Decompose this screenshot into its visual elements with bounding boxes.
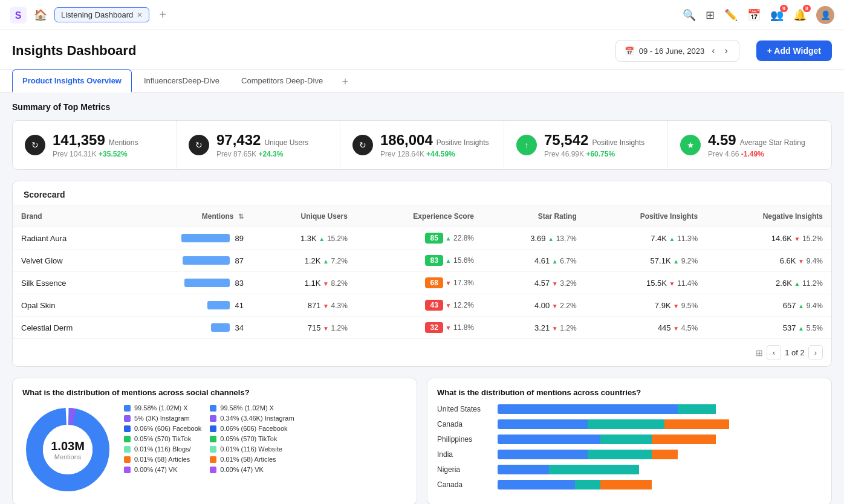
- bell-badge: 8: [803, 5, 811, 12]
- scorecard-title: Scorecard: [13, 181, 831, 206]
- date-next-button[interactable]: ›: [722, 44, 730, 57]
- country-row: Philippines: [437, 435, 822, 444]
- grid-view-icon[interactable]: ⊞: [756, 348, 763, 358]
- country-name: Canada: [437, 480, 492, 489]
- exp-score-cell: 43 ▼ 12.2%: [356, 294, 482, 317]
- legend-item: 5% (3K) Instagram: [124, 415, 201, 422]
- country-bar: [498, 480, 822, 489]
- pos-insights-2-label: Positive Insights: [592, 138, 644, 147]
- country-bar: [498, 450, 822, 459]
- legend-item: 0.00% (47) VK: [210, 466, 294, 473]
- country-name: Nigeria: [437, 465, 492, 474]
- pos-insights-cell: 57.1K ▲ 9.2%: [585, 250, 706, 272]
- table-row: Silk Essence 83 1.1K ▼ 8.2% 68 ▼ 17.3% 4…: [13, 272, 831, 294]
- pos-insights-1-number: 186,004: [380, 132, 433, 149]
- table-row: Velvet Glow 87 1.2K ▲ 7.2% 83 ▲ 15.6% 4.…: [13, 250, 831, 272]
- exp-score-cell: 32 ▼ 11.8%: [356, 317, 482, 339]
- add-widget-button[interactable]: + Add Widget: [756, 40, 832, 61]
- pos-insights-cell: 445 ▼ 4.5%: [585, 317, 706, 339]
- exp-score-cell: 85 ▲ 22.8%: [356, 227, 482, 250]
- pos-insights-cell: 15.5K ▼ 11.4%: [585, 272, 706, 294]
- search-icon[interactable]: 🔍: [683, 8, 696, 22]
- listening-dashboard-tab[interactable]: Listening Dashboard ✕: [54, 7, 149, 22]
- prev-page-button[interactable]: ‹: [767, 345, 781, 360]
- pos-insights-2-number: 75,542: [544, 132, 588, 149]
- star-rating-number: 4.59: [708, 132, 736, 149]
- metric-users-icon: ↻: [189, 135, 209, 155]
- exp-score-cell: 83 ▲ 15.6%: [356, 250, 482, 272]
- edit-icon[interactable]: ✏️: [724, 8, 738, 22]
- brand-cell: Opal Skin: [13, 294, 124, 317]
- country-row: India: [437, 450, 822, 459]
- col-neg-insights: Negative Insights: [706, 206, 831, 227]
- country-row: United States: [437, 404, 822, 414]
- calendar-icon[interactable]: 📅: [747, 8, 761, 22]
- add-tab-icon[interactable]: ＋: [335, 70, 355, 92]
- mentions-label: Mentions: [109, 138, 138, 147]
- country-row: Canada: [437, 480, 822, 489]
- metric-unique-users: ↻ 97,432 Unique Users Prev 87.65K +24.3%: [177, 121, 340, 169]
- neg-insights-cell: 14.6K ▼ 15.2%: [706, 227, 831, 250]
- mentions-prev: Prev 104.31K +35.52%: [53, 150, 138, 158]
- unique-users-prev: Prev 87.65K +24.3%: [216, 150, 308, 158]
- grid-icon[interactable]: ⊞: [706, 8, 715, 22]
- tab-close-icon[interactable]: ✕: [137, 11, 143, 19]
- top-nav: S 🏠 Listening Dashboard ✕ + 🔍 ⊞ ✏️ 📅 👥9 …: [0, 0, 844, 30]
- metric-mentions: ↻ 141,359 Mentions Prev 104.31K +35.52%: [13, 121, 177, 169]
- star-rating-cell: 4.00 ▼ 2.2%: [482, 294, 585, 317]
- logo[interactable]: S: [10, 7, 27, 24]
- mentions-cell: 34: [124, 317, 252, 339]
- star-rating-label: Average Star Rating: [740, 138, 805, 147]
- neg-insights-cell: 537 ▲ 5.5%: [706, 317, 831, 339]
- bell-icon[interactable]: 🔔8: [793, 8, 807, 22]
- country-name: Philippines: [437, 435, 492, 444]
- unique-users-number: 97,432: [216, 132, 261, 149]
- unique-users-cell: 871 ▼ 4.3%: [252, 294, 356, 317]
- unique-users-cell: 1.2K ▲ 7.2%: [252, 250, 356, 272]
- legend-item: 0.00% (47) VK: [124, 466, 201, 473]
- tab-product-insights[interactable]: Product Insights Overview: [12, 69, 132, 92]
- legend-item: 0.06% (606) Facebook: [124, 425, 201, 432]
- social-channels-card: What is the distribution of mentions acr…: [12, 378, 417, 504]
- sort-icon: ⇅: [238, 213, 244, 220]
- tabs-bar: Product Insights Overview InfluencersDee…: [0, 69, 844, 92]
- neg-insights-cell: 6.6K ▼ 9.4%: [706, 250, 831, 272]
- home-icon[interactable]: 🏠: [34, 8, 47, 22]
- user-avatar[interactable]: 👤: [816, 6, 834, 24]
- col-brand: Brand: [13, 206, 124, 227]
- add-tab-button[interactable]: +: [157, 8, 169, 22]
- mentions-cell: 41: [124, 294, 252, 317]
- tab-label: Listening Dashboard: [61, 10, 133, 19]
- legend-item: 0.01% (58) Articles: [124, 456, 201, 463]
- date-picker[interactable]: 📅 09 - 16 June, 2023 ‹ ›: [615, 40, 739, 62]
- legend-item: 0.06% (606) Facebook: [210, 425, 294, 432]
- metric-pos2-icon: ↑: [516, 135, 537, 155]
- next-page-button[interactable]: ›: [808, 345, 823, 360]
- mentions-cell: 87: [124, 250, 252, 272]
- col-mentions[interactable]: Mentions ⇅: [124, 206, 252, 227]
- table-row: Radiant Aura 89 1.3K ▲ 15.2% 85 ▲ 22.8% …: [13, 227, 831, 250]
- users-icon[interactable]: 👥9: [770, 8, 784, 22]
- brand-cell: Radiant Aura: [13, 227, 124, 250]
- tab-influencers[interactable]: InfluencersDeep-Dive: [134, 70, 229, 92]
- date-prev-button[interactable]: ‹: [709, 44, 717, 57]
- star-rating-cell: 3.69 ▲ 13.7%: [482, 227, 585, 250]
- tab-competitors[interactable]: Competitors Deep-Dive: [232, 70, 333, 92]
- scorecard-section: Scorecard Brand Mentions ⇅ Unique Users …: [12, 181, 832, 367]
- metric-star-rating: ★ 4.59 Average Star Rating Prev 4.66 -1.…: [668, 121, 831, 169]
- calendar-small-icon: 📅: [625, 47, 634, 56]
- nav-icons: 🔍 ⊞ ✏️ 📅 👥9 🔔8 👤: [683, 6, 834, 24]
- country-row: Nigeria: [437, 465, 822, 474]
- country-name: India: [437, 450, 492, 459]
- mentions-cell: 83: [124, 272, 252, 294]
- legend-item: 0.05% (570) TikTok: [210, 435, 294, 442]
- metric-pos1-icon: ↻: [352, 135, 373, 155]
- mentions-cell: 89: [124, 227, 252, 250]
- neg-insights-cell: 657 ▲ 9.4%: [706, 294, 831, 317]
- country-chart-title: What is the distribution of mentions acr…: [437, 388, 822, 397]
- legend-right: 99.58% (1.02M) X0.34% (3.46K) Instagram0…: [210, 404, 294, 473]
- pos-insights-1-prev: Prev 128.64K +44.59%: [380, 150, 489, 158]
- table-row: Celestial Derm 34 715 ▼ 1.2% 32 ▼ 11.8% …: [13, 317, 831, 339]
- pagination-row: ⊞ ‹ 1 of 2 ›: [13, 338, 831, 366]
- unique-users-cell: 1.1K ▼ 8.2%: [252, 272, 356, 294]
